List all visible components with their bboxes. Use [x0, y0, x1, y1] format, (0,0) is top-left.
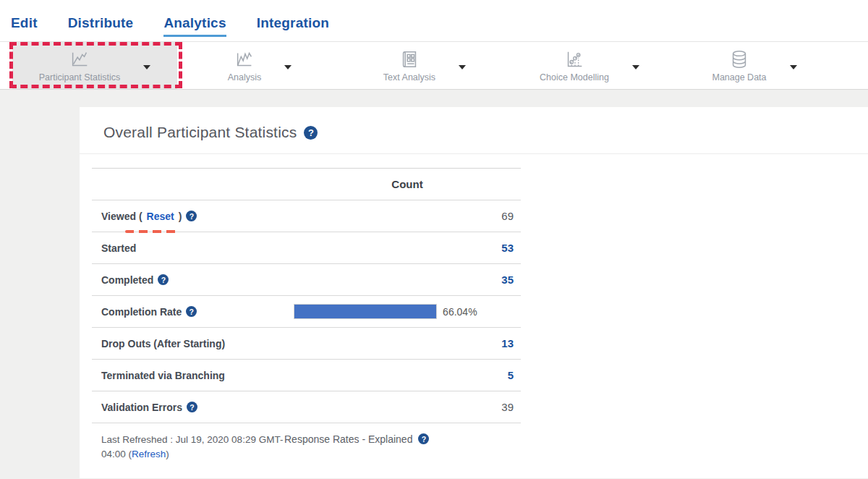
table-row-completion-rate: Completion Rate ? 66.04%	[92, 296, 521, 328]
chevron-down-icon[interactable]	[284, 65, 292, 69]
text-grid-icon	[399, 48, 420, 70]
participant-statistics-card: Overall Participant Statistics ? Count V…	[80, 107, 868, 478]
refresh-link[interactable]: Refresh	[132, 449, 166, 459]
table-footer: Last Refreshed : Jul 19, 2020 08:29 GMT-…	[92, 433, 521, 462]
chevron-down-icon[interactable]	[143, 65, 150, 69]
toolbar-item-text-analysis[interactable]: Text Analysis	[342, 42, 507, 89]
help-icon[interactable]: ?	[186, 211, 197, 221]
row-value: 5	[294, 369, 521, 381]
analysis-chart-icon	[234, 48, 255, 70]
table-row-started: Started 53	[92, 232, 521, 264]
last-refreshed-text: Last Refreshed : Jul 19, 2020 08:29 GMT-…	[92, 433, 284, 462]
chevron-down-icon[interactable]	[459, 65, 466, 69]
row-value: 39	[294, 401, 521, 413]
completion-bar-label: 66.04%	[443, 306, 477, 318]
row-value: 35	[294, 274, 521, 286]
toolbar-item-label: Participant Statistics	[39, 72, 121, 82]
row-value: 53	[294, 242, 521, 254]
row-label: Completion Rate	[101, 306, 182, 318]
toolbar-item-participant-statistics[interactable]: Participant Statistics	[12, 42, 177, 89]
row-label: Terminated via Branching	[101, 370, 225, 381]
chevron-down-icon[interactable]	[790, 65, 797, 69]
content-area: Overall Participant Statistics ? Count V…	[0, 90, 868, 478]
nav-tab-analytics[interactable]: Analytics	[163, 15, 226, 37]
completion-bar-fill	[294, 304, 437, 319]
toolbar-item-label: Text Analysis	[383, 72, 435, 82]
response-rates-explained: Response Rates - Explained ?	[284, 433, 429, 462]
toolbar-item-manage-data[interactable]: Manage Data	[672, 42, 837, 89]
help-icon[interactable]: ?	[187, 402, 197, 412]
count-column-header: Count	[294, 178, 521, 190]
help-icon[interactable]: ?	[304, 126, 318, 140]
help-icon[interactable]: ?	[186, 306, 197, 317]
card-header: Overall Participant Statistics ?	[80, 107, 868, 154]
row-label: Started	[101, 242, 136, 254]
table-row-drop-outs: Drop Outs (After Starting) 13	[92, 328, 521, 360]
toolbar-item-choice-modelling[interactable]: Choice Modelling	[507, 42, 672, 89]
scatter-chart-icon	[563, 48, 585, 70]
nav-tab-integration[interactable]: Integration	[257, 15, 329, 35]
page-title: Overall Participant Statistics	[103, 124, 297, 141]
table-row-completed: Completed ? 35	[92, 264, 521, 296]
nav-tab-distribute[interactable]: Distribute	[68, 15, 134, 35]
chevron-down-icon[interactable]	[632, 65, 639, 69]
help-icon[interactable]: ?	[158, 274, 169, 285]
row-value: 69	[294, 210, 521, 222]
toolbar-item-label: Manage Data	[712, 72, 766, 82]
top-navigation: Edit Distribute Analytics Integration	[0, 0, 868, 41]
row-value: 13	[294, 337, 521, 349]
row-label: Validation Errors	[101, 402, 182, 413]
completion-rate-bar: 66.04%	[294, 304, 521, 319]
table-row-viewed: Viewed ( Reset ) ? 69	[92, 200, 521, 232]
analytics-toolbar: Participant Statistics Analysis	[0, 41, 868, 90]
row-label: Drop Outs (After Starting)	[101, 338, 225, 349]
table-row-terminated: Terminated via Branching 5	[92, 360, 521, 391]
database-icon	[728, 48, 750, 70]
help-icon[interactable]: ?	[418, 433, 429, 444]
line-chart-icon	[69, 48, 90, 70]
row-label: Completed	[101, 274, 153, 286]
table-row-validation-errors: Validation Errors ? 39	[92, 391, 521, 423]
statistics-table: Count Viewed ( Reset ) ? 69 Started 53	[92, 168, 521, 423]
row-label-suffix: )	[179, 211, 182, 222]
toolbar-item-label: Choice Modelling	[540, 72, 609, 82]
toolbar-item-label: Analysis	[228, 72, 262, 82]
nav-tab-edit[interactable]: Edit	[11, 15, 38, 35]
row-label: Viewed (	[101, 211, 142, 222]
toolbar-item-analysis[interactable]: Analysis	[177, 42, 342, 89]
table-header-row: Count	[92, 168, 521, 200]
reset-link[interactable]: Reset	[147, 211, 174, 222]
